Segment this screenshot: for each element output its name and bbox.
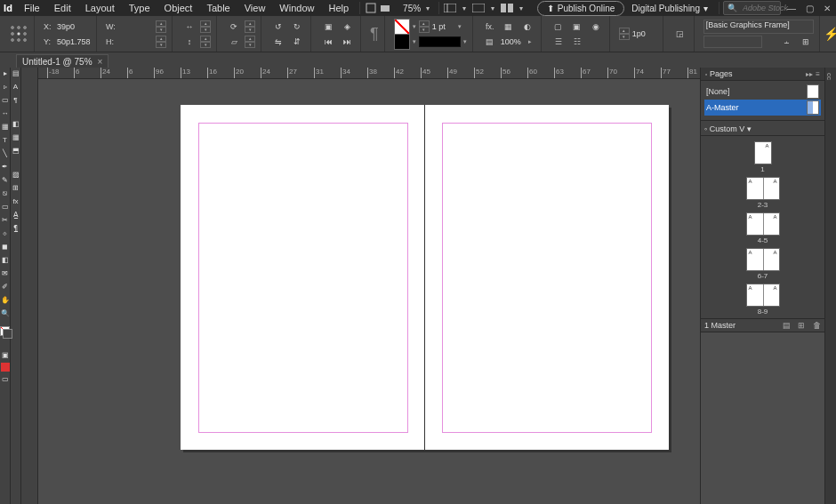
restore-button[interactable]: ▢ <box>802 3 816 13</box>
zoom-level[interactable]: 75% <box>392 4 421 13</box>
collapsed-panel-3[interactable]: ¶ <box>12 94 20 106</box>
horizontal-ruler[interactable]: -186246961316202427313438424549525660636… <box>38 68 700 79</box>
rotate-icon[interactable]: ⟳ <box>226 19 242 35</box>
view-options-icon[interactable] <box>443 1 457 15</box>
stroke-weight-stepper[interactable]: ▴▾ <box>419 20 430 33</box>
free-transform-tool[interactable]: ⟐ <box>1 228 10 239</box>
align-icon[interactable]: ⫠ <box>779 34 795 50</box>
select-content-icon[interactable]: ◈ <box>339 19 355 35</box>
rectangle-frame-tool[interactable]: ⧅ <box>1 188 10 199</box>
direct-selection-tool[interactable]: ▹ <box>1 81 10 92</box>
rotate-cw-icon[interactable]: ↻ <box>289 19 305 35</box>
custom-dropdown[interactable]: ◦ Custom V ▾ <box>701 123 824 136</box>
menu-window[interactable]: Window <box>272 1 321 15</box>
collapsed-panel-8[interactable]: ⊞ <box>12 182 20 194</box>
close-button[interactable]: ✕ <box>820 3 834 13</box>
collapsed-panel-11[interactable]: ¶̲ <box>12 222 20 234</box>
content-collector-tool[interactable]: ▦ <box>1 121 10 132</box>
page-thumb[interactable]: AA4-5 <box>746 212 780 244</box>
object-style-select[interactable]: [Basic Graphics Frame] <box>703 20 814 34</box>
select-container-icon[interactable]: ▣ <box>320 19 336 35</box>
stroke-swatch[interactable] <box>394 34 410 50</box>
canvas[interactable]: -186246961316202427313438424549525660636… <box>38 68 700 504</box>
wrap-offset-input[interactable] <box>632 29 657 38</box>
scissors-tool[interactable]: ✂ <box>1 214 10 226</box>
page-thumb[interactable]: AA8-9 <box>746 284 780 316</box>
flip-h-icon[interactable]: ⇋ <box>270 34 286 50</box>
master-none-row[interactable]: [None] <box>704 84 821 100</box>
edit-page-size-icon[interactable]: ▤ <box>783 321 791 330</box>
scale-y-icon[interactable]: ↕ <box>181 34 197 50</box>
menu-file[interactable]: File <box>17 1 47 15</box>
screen-mode-icon[interactable] <box>471 1 486 15</box>
flash-icon[interactable]: ⚡ <box>824 27 836 41</box>
page-tool[interactable]: ▭ <box>1 94 10 106</box>
new-page-icon[interactable]: ⊞ <box>798 321 805 330</box>
text-wrap-jump-icon[interactable]: ☰ <box>551 34 567 50</box>
secondary-style-select[interactable] <box>703 36 762 48</box>
cc-libraries-tab[interactable]: cc <box>825 73 833 80</box>
type-tool[interactable]: T <box>1 134 10 146</box>
gradient-feather-tool[interactable]: ◧ <box>1 254 10 266</box>
menu-help[interactable]: Help <box>321 1 356 15</box>
shear-icon[interactable]: ▱ <box>226 34 242 50</box>
menu-edit[interactable]: Edit <box>47 1 78 15</box>
flip-v-icon[interactable]: ⇵ <box>289 34 305 50</box>
search-box[interactable]: 🔍 <box>723 1 781 15</box>
opacity-input[interactable] <box>501 37 526 46</box>
arrange-icon[interactable] <box>500 1 514 15</box>
text-wrap-shape-icon[interactable]: ◉ <box>588 19 604 35</box>
panel-menu-icon[interactable]: ≡ <box>816 70 820 78</box>
collapsed-panel-9[interactable]: fx <box>12 196 20 207</box>
collapsed-panel-4[interactable]: ◧ <box>12 118 20 130</box>
text-wrap-bbox-icon[interactable]: ▣ <box>569 19 585 35</box>
gradient-swatch-tool[interactable]: ◼ <box>1 241 10 252</box>
text-wrap-none-icon[interactable]: ▢ <box>551 19 567 35</box>
spread[interactable] <box>181 105 669 450</box>
workspace-switcher[interactable]: Digital Publishing▾ <box>631 4 708 13</box>
menu-layout[interactable]: Layout <box>78 1 122 15</box>
menu-view[interactable]: View <box>237 1 273 15</box>
next-object-icon[interactable]: ⏭ <box>339 34 355 50</box>
page-thumb[interactable]: A1 <box>754 141 772 173</box>
document-tab[interactable]: Untitled-1 @ 75% × <box>16 54 109 68</box>
page-thumb[interactable]: AA2-3 <box>746 177 780 209</box>
stroke-style-dropdown[interactable]: ▾ <box>419 36 467 47</box>
collapsed-panel-7[interactable]: ▨ <box>12 169 20 180</box>
fill-stroke-swap[interactable] <box>0 326 11 337</box>
menu-table[interactable]: Table <box>199 1 237 15</box>
pencil-tool[interactable]: ✎ <box>1 174 10 186</box>
stock-icon[interactable] <box>378 1 392 15</box>
page-thumb[interactable]: AA6-7 <box>746 248 780 280</box>
scale-x-icon[interactable]: ↔ <box>181 19 197 35</box>
hand-tool[interactable]: ✋ <box>1 294 10 306</box>
selection-tool[interactable]: ▸ <box>1 68 10 79</box>
apply-color-icon[interactable] <box>1 363 10 372</box>
publish-online-button[interactable]: ⬆Publish Online <box>537 1 624 16</box>
minimize-button[interactable]: — <box>784 3 799 13</box>
h-input[interactable] <box>119 37 153 46</box>
screen-mode-tool[interactable]: ▭ <box>1 373 10 385</box>
text-wrap-column-icon[interactable]: ☷ <box>569 34 585 50</box>
delete-page-icon[interactable]: 🗑 <box>813 321 821 330</box>
format-container-icon[interactable]: ▣ <box>1 349 10 361</box>
eyedropper-tool[interactable]: ✐ <box>1 281 10 292</box>
bridge-icon[interactable] <box>364 1 378 15</box>
collapsed-panel-1[interactable]: ▤ <box>12 68 20 79</box>
rotate-ccw-icon[interactable]: ↺ <box>270 19 286 35</box>
master-a-row[interactable]: A-Master <box>704 100 821 116</box>
corner-options-icon[interactable]: ◲ <box>672 26 688 42</box>
close-tab-icon[interactable]: × <box>98 57 103 67</box>
pages-panel-tab[interactable]: ◦ Pages ▸▸≡ <box>701 68 824 81</box>
prev-object-icon[interactable]: ⏮ <box>320 34 336 50</box>
x-input[interactable] <box>57 22 91 31</box>
fx-icon[interactable]: fx. <box>482 19 498 35</box>
reference-point[interactable] <box>4 16 35 52</box>
gap-tool[interactable]: ↔ <box>1 108 10 119</box>
collapse-icon[interactable]: ▸▸ <box>806 70 813 78</box>
collapsed-panel-2[interactable]: A <box>12 81 20 92</box>
collapsed-panel-5[interactable]: ▦ <box>12 132 20 143</box>
zoom-tool[interactable]: 🔍 <box>1 308 10 319</box>
h-stepper[interactable]: ▴▾ <box>156 36 166 48</box>
menu-object[interactable]: Object <box>157 1 200 15</box>
